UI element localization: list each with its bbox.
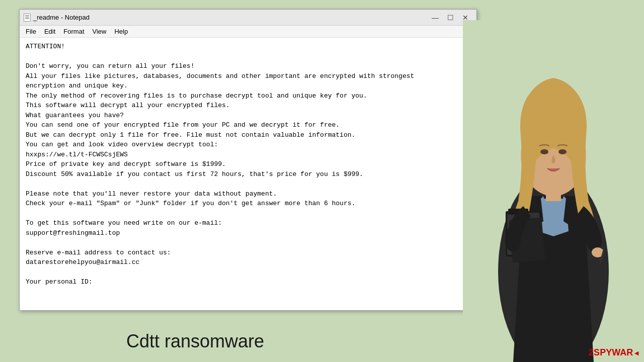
notepad-window: _readme - Notepad — ☐ ✕ File Edit Format…: [19, 9, 477, 311]
text-editor[interactable]: ATTENTION! Don't worry, you can return a…: [20, 38, 468, 310]
svg-point-5: [558, 149, 567, 154]
watermark: 2SPYWAR◄: [589, 347, 640, 358]
svg-point-4: [540, 149, 548, 154]
page-caption: Cdtt ransomware: [19, 331, 371, 352]
person-svg: [463, 20, 644, 362]
person-image: [463, 0, 644, 362]
notepad-icon: [24, 14, 31, 22]
minimize-button[interactable]: —: [428, 12, 442, 23]
window-title: _readme - Notepad: [33, 14, 428, 21]
content-area: ATTENTION! Don't worry, you can return a…: [20, 38, 476, 310]
menu-help[interactable]: Help: [110, 27, 132, 36]
watermark-text: 2SPYWAR: [589, 347, 633, 357]
menu-format[interactable]: Format: [59, 27, 88, 36]
menu-file[interactable]: File: [22, 27, 40, 36]
menu-bar: File Edit Format View Help: [20, 26, 476, 38]
menu-view[interactable]: View: [89, 27, 111, 36]
menu-edit[interactable]: Edit: [40, 27, 59, 36]
maximize-button[interactable]: ☐: [443, 12, 457, 23]
title-bar: _readme - Notepad — ☐ ✕: [20, 10, 476, 26]
